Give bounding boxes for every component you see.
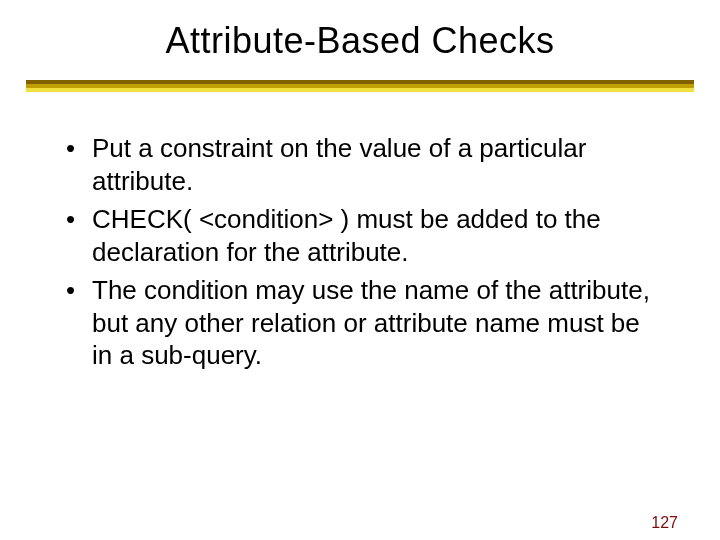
bullet-item: The condition may use the name of the at… <box>60 274 660 372</box>
slide-body: Put a constraint on the value of a parti… <box>60 132 660 372</box>
title-divider <box>26 80 694 92</box>
page-number: 127 <box>651 514 678 532</box>
slide-title: Attribute-Based Checks <box>0 20 720 62</box>
slide: Attribute-Based Checks Put a constraint … <box>0 20 720 540</box>
bullet-item: Put a constraint on the value of a parti… <box>60 132 660 197</box>
bullet-item: CHECK( <condition> ) must be added to th… <box>60 203 660 268</box>
bullet-list: Put a constraint on the value of a parti… <box>60 132 660 372</box>
divider-bar-light <box>26 88 694 92</box>
